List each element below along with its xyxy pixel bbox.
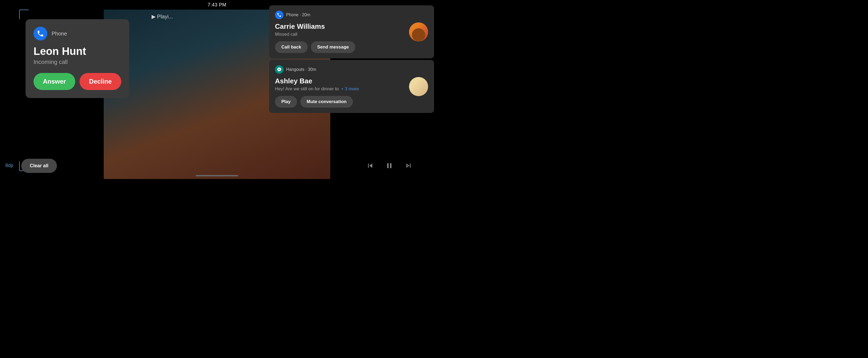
mute-conversation-button[interactable]: Mute conversation	[300, 96, 353, 108]
notif-header-phone: Phone · 20m	[275, 11, 428, 19]
notification-card-phone: Phone · 20m Carrie Williams Missed call …	[269, 5, 434, 58]
phone-icon	[37, 30, 44, 37]
hangouts-icon-small	[277, 67, 282, 72]
notif-hangouts-app-name: Hangouts · 30m	[286, 67, 316, 72]
more-link[interactable]: + 3 more	[341, 86, 359, 92]
incoming-call-card: Phone Leon Hunt Incoming call Answer Dec…	[26, 19, 129, 98]
skip-previous-icon	[366, 161, 374, 170]
notif-hangouts-icon	[275, 65, 283, 74]
bottom-bar: Clear all	[0, 153, 434, 179]
notif-phone-buttons: Call back Send message	[275, 41, 405, 53]
notif-hangouts-subtitle: Hey! Are we still on for dinner to	[275, 86, 339, 92]
notif-phone-content: Carrie Williams Missed call Call back Se…	[275, 22, 428, 53]
call-back-button[interactable]: Call back	[275, 41, 308, 53]
phone-icon-small	[277, 12, 282, 17]
send-message-button[interactable]: Send message	[311, 41, 355, 53]
answer-button[interactable]: Answer	[33, 73, 75, 90]
notif-hangouts-contact: Ashley Bae	[275, 77, 405, 85]
notification-panel: Phone · 20m Carrie Williams Missed call …	[269, 5, 434, 114]
notif-phone-subtitle: Missed call	[275, 32, 405, 37]
carrie-williams-avatar	[409, 22, 428, 42]
call-status: Incoming call	[33, 59, 121, 65]
avatar-image-2	[409, 77, 428, 96]
ashley-bae-avatar	[409, 77, 428, 96]
incoming-call-app-name: Phone	[52, 31, 67, 37]
decline-button[interactable]: Decline	[80, 73, 121, 90]
phone-app-icon	[33, 27, 47, 40]
notif-hangouts-content: Ashley Bae Hey! Are we still on for dinn…	[275, 77, 428, 108]
skip-next-icon	[404, 161, 413, 170]
notif-phone-text: Carrie Williams Missed call Call back Se…	[275, 22, 409, 53]
notif-phone-contact: Carrie Williams	[275, 22, 405, 31]
play-button[interactable]: Play	[275, 96, 297, 108]
notif-hangouts-subtitle-row: Hey! Are we still on for dinner to + 3 m…	[275, 86, 405, 92]
caller-name: Leon Hunt	[33, 45, 121, 57]
skip-previous-button[interactable]	[366, 161, 374, 170]
call-action-buttons: Answer Decline	[33, 73, 121, 90]
corner-marker-tl	[19, 9, 29, 19]
card-header: Phone	[33, 27, 121, 40]
notif-header-hangouts: Hangouts · 30m	[275, 65, 428, 74]
now-playing-text: ▶ Playi...	[152, 13, 173, 20]
notif-phone-app-name: Phone · 20m	[286, 12, 310, 17]
clear-all-button[interactable]: Clear all	[21, 159, 57, 173]
skip-next-button[interactable]	[404, 161, 413, 170]
pause-button[interactable]	[385, 161, 394, 170]
notification-card-hangouts: Hangouts · 30m Ashley Bae Hey! Are we st…	[269, 60, 434, 113]
status-time: 7:43 PM	[208, 2, 226, 8]
media-controls	[366, 161, 413, 170]
avatar-image-1	[409, 22, 428, 42]
notif-hangouts-buttons: Play Mute conversation	[275, 96, 405, 108]
pause-icon	[385, 161, 394, 170]
notif-hangouts-text: Ashley Bae Hey! Are we still on for dinn…	[275, 77, 409, 108]
notif-phone-icon	[275, 11, 283, 19]
